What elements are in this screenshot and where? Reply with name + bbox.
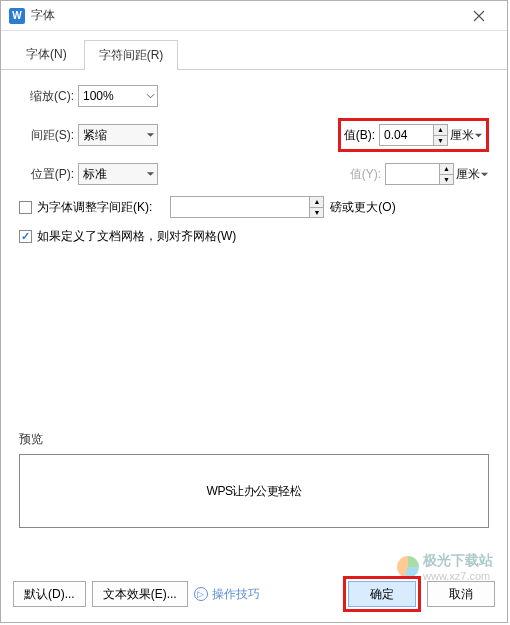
scale-value: 100% bbox=[83, 89, 114, 103]
value-y-label: 值(Y): bbox=[350, 166, 381, 183]
spacing-combo[interactable]: 紧缩 bbox=[78, 124, 158, 146]
close-button[interactable] bbox=[459, 2, 499, 30]
kerning-label: 为字体调整字间距(K): bbox=[37, 199, 152, 216]
preview-box: WPS让办公更轻松 bbox=[19, 454, 489, 528]
value-b-label: 值(B): bbox=[344, 127, 375, 144]
spin-up-icon[interactable]: ▲ bbox=[310, 197, 323, 208]
value-b-spin[interactable]: ▲ ▼ bbox=[434, 124, 448, 146]
close-icon bbox=[473, 10, 485, 22]
app-icon: W bbox=[9, 8, 25, 24]
triangle-down-icon bbox=[146, 170, 155, 179]
value-y-input[interactable] bbox=[385, 163, 440, 185]
ok-highlight: 确定 bbox=[343, 576, 421, 612]
spin-down-icon[interactable]: ▼ bbox=[434, 136, 447, 146]
cancel-button[interactable]: 取消 bbox=[427, 581, 495, 607]
kerning-checkbox[interactable] bbox=[19, 201, 32, 214]
ok-button[interactable]: 确定 bbox=[348, 581, 416, 607]
tips-link[interactable]: ▷ 操作技巧 bbox=[194, 586, 260, 603]
value-b-unit-text: 厘米 bbox=[450, 127, 474, 144]
value-b-input[interactable]: 0.04 bbox=[379, 124, 434, 146]
position-value: 标准 bbox=[83, 166, 107, 183]
spin-down-icon[interactable]: ▼ bbox=[440, 175, 453, 185]
triangle-down-icon bbox=[480, 170, 489, 179]
tab-spacing[interactable]: 字符间距(R) bbox=[84, 40, 179, 70]
tab-bar: 字体(N) 字符间距(R) bbox=[1, 31, 507, 70]
spacing-value: 紧缩 bbox=[83, 127, 107, 144]
preview-label: 预览 bbox=[19, 431, 489, 448]
scale-label: 缩放(C): bbox=[19, 88, 74, 105]
kerning-input[interactable] bbox=[170, 196, 310, 218]
snapgrid-label: 如果定义了文档网格，则对齐网格(W) bbox=[37, 228, 236, 245]
preview-text: WPS让办公更轻松 bbox=[207, 483, 302, 500]
position-label: 位置(P): bbox=[19, 166, 74, 183]
value-y-spin[interactable]: ▲ ▼ bbox=[440, 163, 454, 185]
spin-down-icon[interactable]: ▼ bbox=[310, 208, 323, 218]
tips-text: 操作技巧 bbox=[212, 586, 260, 603]
spin-up-icon[interactable]: ▲ bbox=[434, 125, 447, 136]
play-icon: ▷ bbox=[194, 587, 208, 601]
kerning-unit: 磅或更大(O) bbox=[330, 199, 395, 216]
value-b-text: 0.04 bbox=[384, 128, 407, 142]
window-title: 字体 bbox=[31, 7, 459, 24]
watermark-icon bbox=[397, 556, 419, 578]
titlebar: W 字体 bbox=[1, 1, 507, 31]
spin-up-icon[interactable]: ▲ bbox=[440, 164, 453, 175]
value-y-unit-text: 厘米 bbox=[456, 166, 480, 183]
value-b-highlight: 值(B): 0.04 ▲ ▼ 厘米 bbox=[338, 118, 489, 152]
chevron-down-icon bbox=[146, 92, 155, 101]
triangle-down-icon bbox=[474, 131, 483, 140]
text-effect-button[interactable]: 文本效果(E)... bbox=[92, 581, 188, 607]
position-combo[interactable]: 标准 bbox=[78, 163, 158, 185]
scale-combo[interactable]: 100% bbox=[78, 85, 158, 107]
watermark-name: 极光下载站 bbox=[423, 552, 493, 570]
snapgrid-checkbox[interactable] bbox=[19, 230, 32, 243]
triangle-down-icon bbox=[146, 131, 155, 140]
spacing-label: 间距(S): bbox=[19, 127, 74, 144]
value-y-unit[interactable]: 厘米 bbox=[456, 166, 489, 183]
value-b-unit[interactable]: 厘米 bbox=[450, 127, 483, 144]
default-button[interactable]: 默认(D)... bbox=[13, 581, 86, 607]
kerning-spin[interactable]: ▲ ▼ bbox=[310, 196, 324, 218]
tab-font[interactable]: 字体(N) bbox=[11, 39, 82, 69]
